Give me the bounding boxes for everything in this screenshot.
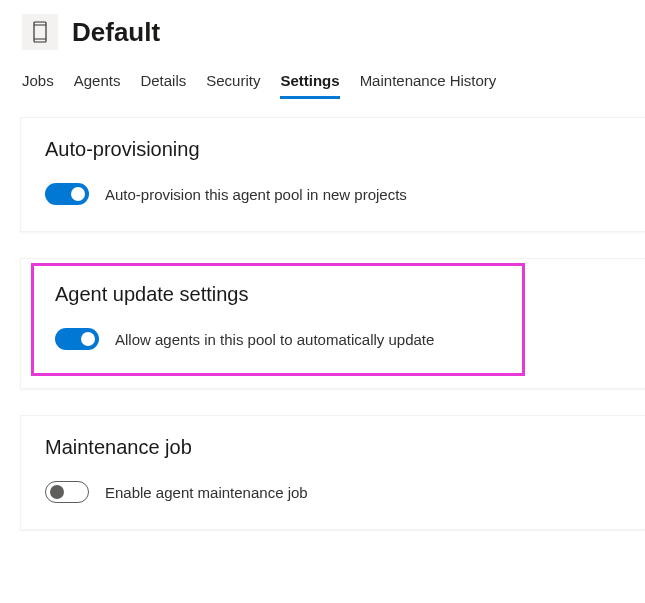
toggle-knob xyxy=(50,485,64,499)
pool-icon xyxy=(22,14,58,50)
auto-provisioning-title: Auto-provisioning xyxy=(45,138,621,161)
maintenance-job-toggle-row: Enable agent maintenance job xyxy=(45,481,621,503)
tab-maintenance-history[interactable]: Maintenance History xyxy=(360,72,497,99)
agent-update-card-outer: Agent update settings Allow agents in th… xyxy=(20,258,645,389)
maintenance-job-toggle-label: Enable agent maintenance job xyxy=(105,484,308,501)
agent-update-toggle-row: Allow agents in this pool to automatical… xyxy=(55,328,501,350)
agent-update-toggle-label: Allow agents in this pool to automatical… xyxy=(115,331,434,348)
auto-provisioning-toggle[interactable] xyxy=(45,183,89,205)
page-header: Default xyxy=(0,0,645,58)
tab-jobs[interactable]: Jobs xyxy=(22,72,54,99)
tab-settings[interactable]: Settings xyxy=(280,72,339,99)
maintenance-job-toggle[interactable] xyxy=(45,481,89,503)
toggle-knob xyxy=(71,187,85,201)
maintenance-job-title: Maintenance job xyxy=(45,436,621,459)
agent-update-title: Agent update settings xyxy=(55,283,501,306)
auto-provisioning-card: Auto-provisioning Auto-provision this ag… xyxy=(20,117,645,232)
device-icon xyxy=(33,21,47,43)
tab-security[interactable]: Security xyxy=(206,72,260,99)
maintenance-job-card: Maintenance job Enable agent maintenance… xyxy=(20,415,645,530)
auto-provisioning-toggle-row: Auto-provision this agent pool in new pr… xyxy=(45,183,621,205)
toggle-knob xyxy=(81,332,95,346)
tab-agents[interactable]: Agents xyxy=(74,72,121,99)
agent-update-card: Agent update settings Allow agents in th… xyxy=(31,263,525,376)
tab-details[interactable]: Details xyxy=(140,72,186,99)
tab-bar: Jobs Agents Details Security Settings Ma… xyxy=(0,62,645,99)
settings-content: Auto-provisioning Auto-provision this ag… xyxy=(0,99,645,530)
page-title: Default xyxy=(72,17,160,48)
auto-provisioning-toggle-label: Auto-provision this agent pool in new pr… xyxy=(105,186,407,203)
agent-update-toggle[interactable] xyxy=(55,328,99,350)
